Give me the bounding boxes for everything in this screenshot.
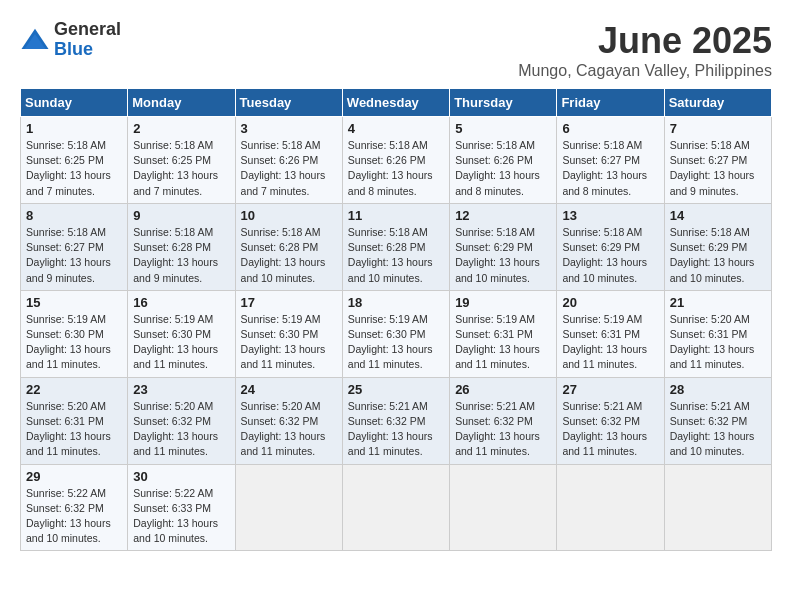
calendar-day-cell: 7 Sunrise: 5:18 AMSunset: 6:27 PMDayligh… — [664, 117, 771, 204]
day-number: 10 — [241, 208, 337, 223]
day-number: 4 — [348, 121, 444, 136]
day-info: Sunrise: 5:18 AMSunset: 6:26 PMDaylight:… — [348, 139, 433, 197]
day-number: 16 — [133, 295, 229, 310]
calendar-week-row: 22 Sunrise: 5:20 AMSunset: 6:31 PMDaylig… — [21, 377, 772, 464]
logo-general-text: General — [54, 20, 121, 40]
day-number: 17 — [241, 295, 337, 310]
day-info: Sunrise: 5:19 AMSunset: 6:30 PMDaylight:… — [26, 313, 111, 371]
day-number: 15 — [26, 295, 122, 310]
calendar-day-cell: 10 Sunrise: 5:18 AMSunset: 6:28 PMDaylig… — [235, 203, 342, 290]
calendar-day-cell: 29 Sunrise: 5:22 AMSunset: 6:32 PMDaylig… — [21, 464, 128, 551]
calendar-subtitle: Mungo, Cagayan Valley, Philippines — [518, 62, 772, 80]
day-number: 8 — [26, 208, 122, 223]
calendar-day-cell: 28 Sunrise: 5:21 AMSunset: 6:32 PMDaylig… — [664, 377, 771, 464]
calendar-day-cell: 18 Sunrise: 5:19 AMSunset: 6:30 PMDaylig… — [342, 290, 449, 377]
day-info: Sunrise: 5:18 AMSunset: 6:29 PMDaylight:… — [455, 226, 540, 284]
day-info: Sunrise: 5:20 AMSunset: 6:31 PMDaylight:… — [26, 400, 111, 458]
day-number: 25 — [348, 382, 444, 397]
day-info: Sunrise: 5:18 AMSunset: 6:26 PMDaylight:… — [455, 139, 540, 197]
day-number: 3 — [241, 121, 337, 136]
calendar-day-cell: 24 Sunrise: 5:20 AMSunset: 6:32 PMDaylig… — [235, 377, 342, 464]
day-number: 14 — [670, 208, 766, 223]
day-number: 28 — [670, 382, 766, 397]
calendar-day-cell: 19 Sunrise: 5:19 AMSunset: 6:31 PMDaylig… — [450, 290, 557, 377]
calendar-day-cell: 2 Sunrise: 5:18 AMSunset: 6:25 PMDayligh… — [128, 117, 235, 204]
calendar-day-cell: 27 Sunrise: 5:21 AMSunset: 6:32 PMDaylig… — [557, 377, 664, 464]
day-number: 18 — [348, 295, 444, 310]
day-info: Sunrise: 5:19 AMSunset: 6:31 PMDaylight:… — [562, 313, 647, 371]
calendar-day-cell: 3 Sunrise: 5:18 AMSunset: 6:26 PMDayligh… — [235, 117, 342, 204]
calendar-day-cell: 12 Sunrise: 5:18 AMSunset: 6:29 PMDaylig… — [450, 203, 557, 290]
day-info: Sunrise: 5:18 AMSunset: 6:25 PMDaylight:… — [133, 139, 218, 197]
day-number: 30 — [133, 469, 229, 484]
col-monday: Monday — [128, 89, 235, 117]
day-info: Sunrise: 5:21 AMSunset: 6:32 PMDaylight:… — [670, 400, 755, 458]
col-saturday: Saturday — [664, 89, 771, 117]
calendar-day-cell: 25 Sunrise: 5:21 AMSunset: 6:32 PMDaylig… — [342, 377, 449, 464]
day-info: Sunrise: 5:18 AMSunset: 6:27 PMDaylight:… — [670, 139, 755, 197]
calendar-title: June 2025 — [518, 20, 772, 62]
col-friday: Friday — [557, 89, 664, 117]
day-number: 2 — [133, 121, 229, 136]
col-sunday: Sunday — [21, 89, 128, 117]
day-number: 12 — [455, 208, 551, 223]
day-info: Sunrise: 5:18 AMSunset: 6:29 PMDaylight:… — [562, 226, 647, 284]
day-number: 24 — [241, 382, 337, 397]
col-wednesday: Wednesday — [342, 89, 449, 117]
day-number: 22 — [26, 382, 122, 397]
calendar-week-row: 8 Sunrise: 5:18 AMSunset: 6:27 PMDayligh… — [21, 203, 772, 290]
day-info: Sunrise: 5:21 AMSunset: 6:32 PMDaylight:… — [455, 400, 540, 458]
calendar-day-cell: 17 Sunrise: 5:19 AMSunset: 6:30 PMDaylig… — [235, 290, 342, 377]
calendar-day-cell — [342, 464, 449, 551]
logo: General Blue — [20, 20, 121, 60]
day-number: 29 — [26, 469, 122, 484]
logo-text: General Blue — [54, 20, 121, 60]
day-info: Sunrise: 5:18 AMSunset: 6:27 PMDaylight:… — [562, 139, 647, 197]
calendar-day-cell — [450, 464, 557, 551]
day-number: 6 — [562, 121, 658, 136]
col-tuesday: Tuesday — [235, 89, 342, 117]
day-info: Sunrise: 5:18 AMSunset: 6:29 PMDaylight:… — [670, 226, 755, 284]
day-number: 11 — [348, 208, 444, 223]
calendar-day-cell: 30 Sunrise: 5:22 AMSunset: 6:33 PMDaylig… — [128, 464, 235, 551]
calendar-day-cell: 15 Sunrise: 5:19 AMSunset: 6:30 PMDaylig… — [21, 290, 128, 377]
calendar-day-cell: 22 Sunrise: 5:20 AMSunset: 6:31 PMDaylig… — [21, 377, 128, 464]
day-info: Sunrise: 5:18 AMSunset: 6:25 PMDaylight:… — [26, 139, 111, 197]
header-row: Sunday Monday Tuesday Wednesday Thursday… — [21, 89, 772, 117]
calendar-day-cell: 26 Sunrise: 5:21 AMSunset: 6:32 PMDaylig… — [450, 377, 557, 464]
logo-blue-text: Blue — [54, 40, 121, 60]
calendar-week-row: 29 Sunrise: 5:22 AMSunset: 6:32 PMDaylig… — [21, 464, 772, 551]
day-number: 20 — [562, 295, 658, 310]
calendar-day-cell: 11 Sunrise: 5:18 AMSunset: 6:28 PMDaylig… — [342, 203, 449, 290]
day-info: Sunrise: 5:20 AMSunset: 6:32 PMDaylight:… — [241, 400, 326, 458]
page-container: General Blue June 2025 Mungo, Cagayan Va… — [20, 20, 772, 551]
day-info: Sunrise: 5:18 AMSunset: 6:26 PMDaylight:… — [241, 139, 326, 197]
calendar-table: Sunday Monday Tuesday Wednesday Thursday… — [20, 88, 772, 551]
day-number: 19 — [455, 295, 551, 310]
calendar-day-cell: 8 Sunrise: 5:18 AMSunset: 6:27 PMDayligh… — [21, 203, 128, 290]
calendar-day-cell: 21 Sunrise: 5:20 AMSunset: 6:31 PMDaylig… — [664, 290, 771, 377]
calendar-day-cell: 4 Sunrise: 5:18 AMSunset: 6:26 PMDayligh… — [342, 117, 449, 204]
day-number: 7 — [670, 121, 766, 136]
day-number: 13 — [562, 208, 658, 223]
logo-icon — [20, 25, 50, 55]
calendar-day-cell: 20 Sunrise: 5:19 AMSunset: 6:31 PMDaylig… — [557, 290, 664, 377]
day-info: Sunrise: 5:19 AMSunset: 6:30 PMDaylight:… — [348, 313, 433, 371]
day-number: 1 — [26, 121, 122, 136]
day-info: Sunrise: 5:19 AMSunset: 6:30 PMDaylight:… — [241, 313, 326, 371]
calendar-day-cell: 14 Sunrise: 5:18 AMSunset: 6:29 PMDaylig… — [664, 203, 771, 290]
day-info: Sunrise: 5:22 AMSunset: 6:32 PMDaylight:… — [26, 487, 111, 545]
day-info: Sunrise: 5:19 AMSunset: 6:30 PMDaylight:… — [133, 313, 218, 371]
day-info: Sunrise: 5:21 AMSunset: 6:32 PMDaylight:… — [348, 400, 433, 458]
day-info: Sunrise: 5:19 AMSunset: 6:31 PMDaylight:… — [455, 313, 540, 371]
day-number: 27 — [562, 382, 658, 397]
day-info: Sunrise: 5:18 AMSunset: 6:28 PMDaylight:… — [133, 226, 218, 284]
day-info: Sunrise: 5:22 AMSunset: 6:33 PMDaylight:… — [133, 487, 218, 545]
calendar-day-cell — [557, 464, 664, 551]
day-number: 26 — [455, 382, 551, 397]
title-area: June 2025 Mungo, Cagayan Valley, Philipp… — [518, 20, 772, 80]
calendar-week-row: 1 Sunrise: 5:18 AMSunset: 6:25 PMDayligh… — [21, 117, 772, 204]
calendar-day-cell: 6 Sunrise: 5:18 AMSunset: 6:27 PMDayligh… — [557, 117, 664, 204]
calendar-day-cell: 13 Sunrise: 5:18 AMSunset: 6:29 PMDaylig… — [557, 203, 664, 290]
day-info: Sunrise: 5:20 AMSunset: 6:32 PMDaylight:… — [133, 400, 218, 458]
